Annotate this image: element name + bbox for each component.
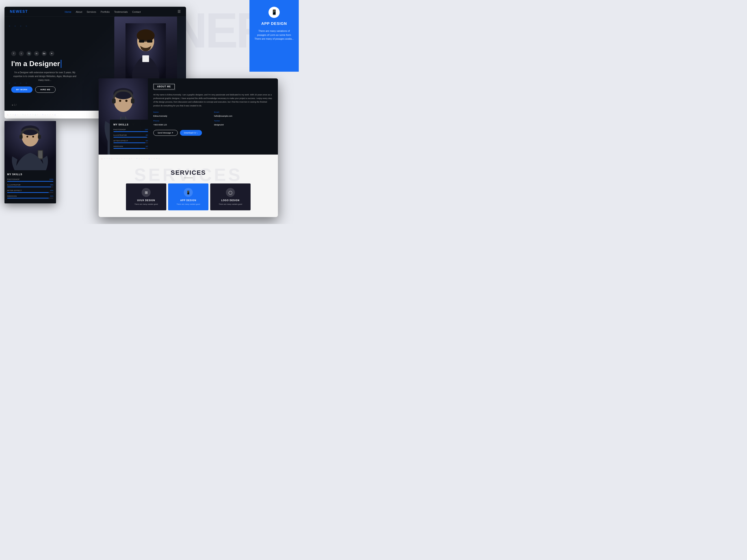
nav-item-portfolio[interactable]: Portfolio [101, 10, 110, 14]
facebook-icon[interactable]: f [11, 51, 16, 56]
svg-point-13 [125, 100, 128, 102]
nav-item-services[interactable]: Services [87, 10, 96, 14]
left-skills-box: MY SKILLS PHOTOSHOP100% ILLUSTRATOR95% A… [4, 170, 56, 204]
left-skill-indesign: INDESIGN90% [7, 195, 53, 198]
instagram-icon[interactable]: 📷 [26, 51, 31, 56]
nav-links: Home About Services Portfolio Testimonia… [65, 10, 141, 14]
download-cv-button[interactable]: Download CV ↓ [180, 130, 202, 136]
nav-link-services[interactable]: Services [87, 10, 96, 13]
left-person-image [4, 121, 56, 170]
phone-label: Phone: [153, 120, 212, 122]
nav-item-home[interactable]: Home [65, 10, 71, 14]
nav-link-testimonials[interactable]: Testimonials [114, 10, 128, 13]
phone-value: +903 6598 123 [153, 124, 167, 126]
email-label: Email: [214, 111, 273, 113]
send-message-button[interactable]: Send Message ✈ [153, 130, 178, 136]
left-skills-panel: MY SKILLS PHOTOSHOP100% ILLUSTRATOR95% A… [4, 121, 56, 204]
left-person-svg [4, 121, 56, 170]
skill-after-effect: AFTER EFFECT 90% [113, 140, 148, 143]
navbar: NEWEST Home About Services Portfolio Tes… [4, 7, 186, 17]
hero-dots-top [9, 26, 27, 27]
app-design-desc: There are many variatio good [171, 203, 205, 206]
uiux-desc: There are many variatio good [129, 203, 163, 206]
about-inner: MY SKILLS PHOTOSHOP 100% ILLUSTRATOR 95% [99, 78, 278, 155]
slide-navigation[interactable]: ◄ 1 / [11, 104, 17, 106]
blue-card-desc: There are many variations of pssages of … [254, 29, 294, 41]
name-value: Edrea Kennedy [153, 115, 167, 117]
nav-item-testimonials[interactable]: Testimonials [114, 10, 128, 14]
detail-phone: Phone: +903 6598 123 [153, 120, 212, 126]
email-value: hello@example.com [214, 115, 232, 117]
skill-illustrator: ILLUSTRATOR 95% [113, 134, 148, 137]
uiux-icon: ⊞ [141, 188, 151, 197]
left-skill-illustrator: ILLUSTRATOR95% [7, 184, 53, 187]
social-icons: f t 📷 in Be ✦ [11, 51, 78, 56]
svg-rect-10 [112, 99, 115, 104]
behance-icon[interactable]: Be [42, 51, 47, 56]
twitter-icon[interactable]: t [19, 51, 24, 56]
services-section: SERVICES SERVICES ⊞ UI/UX DESIGN There a… [99, 162, 278, 217]
dribbble-icon[interactable]: ✦ [49, 51, 54, 56]
logo-design-desc: There are many variatio good [213, 203, 248, 206]
nav-link-contact[interactable]: Contact [132, 10, 141, 13]
blue-service-card: 📱 APP DESIGN There are many variations o… [250, 0, 299, 72]
svg-rect-22 [38, 135, 41, 139]
svg-rect-26 [38, 151, 42, 158]
hero-buttons: MY WORK HIRE ME [11, 86, 78, 93]
app-design-icon: 📱 [184, 188, 193, 197]
left-skill-photoshop: PHOTOSHOP100% [7, 178, 53, 182]
left-skill-after-effect: AFTER EFFECT90% [7, 189, 53, 193]
service-card-app: 📱 APP DESIGN There are many variatio goo… [168, 183, 208, 210]
service-card-uiux: ⊞ UI/UX DESIGN There are many variatio g… [126, 183, 166, 210]
twitter-value: designuix9 [214, 124, 224, 126]
left-skills-title: MY SKILLS [7, 173, 53, 176]
nav-item-contact[interactable]: Contact [132, 10, 141, 14]
about-pattern-strip: △ ～ × ○ △ ～ × △ ○ ～ × △ ○ ～ × △ ○ ～ × △ … [99, 155, 278, 162]
nav-link-about[interactable]: About [76, 10, 82, 13]
svg-rect-4 [147, 40, 152, 43]
about-details-grid: Name: Edrea Kennedy Email: hello@example… [153, 111, 273, 126]
uiux-name: UI/UX DESIGN [129, 199, 163, 202]
services-title: SERVICES [99, 169, 278, 176]
hero-content: f t 📷 in Be ✦ I'm a Designer I'm a Desig… [11, 51, 78, 93]
svg-rect-11 [131, 99, 134, 104]
detail-email: Email: hello@example.com [214, 111, 273, 117]
service-card-logo: ◯ LOGO DESIGN There are many variatio go… [210, 183, 251, 210]
about-me-badge: ABOUT ME [153, 84, 175, 89]
services-underline [184, 178, 193, 178]
nav-item-about[interactable]: About [76, 10, 82, 14]
skill-photoshop: PHOTOSHOP 100% [113, 129, 148, 132]
svg-rect-6 [142, 55, 149, 62]
app-design-name: APP DESIGN [171, 199, 205, 202]
twitter-label: Twitter [214, 120, 273, 122]
skills-title: MY SKILLS [113, 123, 148, 126]
my-work-button[interactable]: MY WORK [11, 86, 32, 93]
site-logo[interactable]: NEWEST [10, 10, 28, 14]
skill-indesign: INDESIGN 90% [113, 145, 148, 149]
hero-title: I'm a Designer [11, 60, 78, 68]
nav-link-portfolio[interactable]: Portfolio [101, 10, 110, 13]
services-title-block: SERVICES [99, 169, 278, 178]
services-cards: ⊞ UI/UX DESIGN There are many variatio g… [99, 183, 278, 210]
svg-point-23 [26, 136, 28, 137]
hamburger-icon[interactable]: ☰ [178, 9, 181, 14]
linkedin-icon[interactable]: in [34, 51, 39, 56]
detail-name: Name: Edrea Kennedy [153, 111, 212, 117]
name-label: Name: [153, 111, 212, 113]
svg-rect-3 [139, 40, 144, 43]
about-window: MY SKILLS PHOTOSHOP 100% ILLUSTRATOR 95% [99, 78, 278, 217]
nav-link-home[interactable]: Home [65, 10, 71, 13]
phone-icon: 📱 [268, 7, 280, 18]
hero-subtitle: I'm a Designer with extensive experience… [11, 71, 78, 82]
about-photo-panel: MY SKILLS PHOTOSHOP 100% ILLUSTRATOR 95% [99, 78, 148, 155]
hire-me-button[interactable]: HIRE ME [35, 86, 56, 93]
svg-point-24 [32, 136, 34, 137]
logo-design-name: LOGO DESIGN [213, 199, 248, 202]
svg-rect-21 [20, 135, 23, 139]
about-bio-text: Hi! My name is Edrea Kennedy. I am a gra… [153, 93, 273, 108]
about-action-buttons: Send Message ✈ Download CV ↓ [153, 130, 273, 136]
blue-card-title: APP DESIGN [254, 22, 294, 26]
detail-twitter: Twitter designuix9 [214, 120, 273, 126]
svg-point-12 [119, 100, 121, 102]
skills-overlay: MY SKILLS PHOTOSHOP 100% ILLUSTRATOR 95% [110, 119, 148, 155]
